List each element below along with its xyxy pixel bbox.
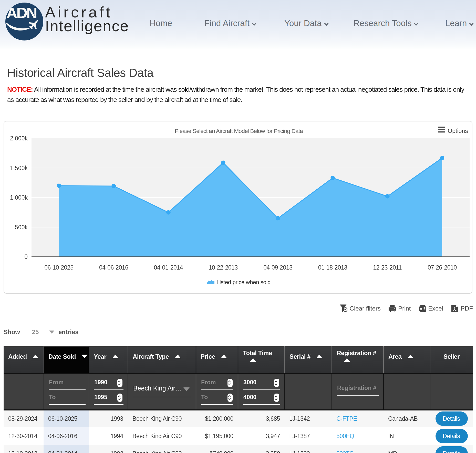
svg-text:2,000k: 2,000k [10, 135, 28, 142]
svg-text:0: 0 [24, 253, 28, 260]
svg-text:01-18-2013: 01-18-2013 [318, 264, 347, 271]
svg-text:Options: Options [448, 128, 468, 134]
svg-text:04-09-2013: 04-09-2013 [263, 264, 293, 271]
svg-text:07-26-2010: 07-26-2010 [428, 264, 457, 271]
svg-text:04-06-2016: 04-06-2016 [99, 264, 128, 271]
svg-text:Please Select an Aircraft Mode: Please Select an Aircraft Model Below fo… [175, 128, 303, 134]
svg-text:04-01-2014: 04-01-2014 [154, 264, 183, 271]
svg-text:Listed price when sold: Listed price when sold [216, 279, 271, 285]
svg-text:12-23-2011: 12-23-2011 [373, 264, 402, 271]
svg-text:ADN: ADN [6, 4, 37, 22]
svg-text:10-22-2013: 10-22-2013 [209, 264, 238, 271]
svg-text:1,500k: 1,500k [10, 165, 28, 171]
svg-text:1,000k: 1,000k [10, 194, 28, 201]
svg-text:500k: 500k [15, 224, 28, 231]
svg-text:06-10-2025: 06-10-2025 [44, 264, 74, 271]
svg-text:x: x [420, 306, 422, 311]
